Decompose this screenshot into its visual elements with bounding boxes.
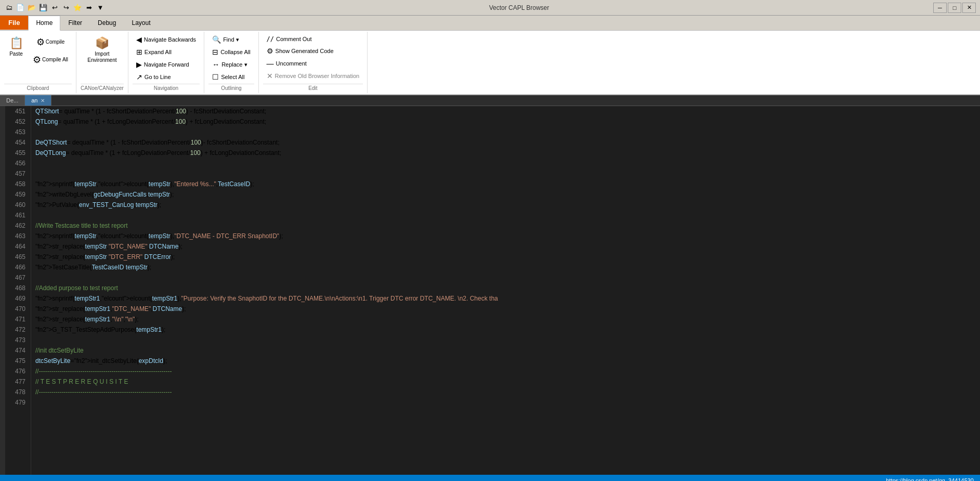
paste-button[interactable]: 📋 Paste xyxy=(4,34,28,60)
tab-de-label: De... xyxy=(6,97,18,103)
table-row: "fn2">TestCaseTitle(TestCaseID,tempStr); xyxy=(35,262,976,272)
find-label: Find ▾ xyxy=(223,36,239,43)
title-bar: 🗂 📄 📂 💾 ↩ ↪ ⭐ ➡ ▼ Vector CAPL Browser ─ … xyxy=(0,0,980,16)
table-row: //Added purpose to test report xyxy=(35,283,976,293)
find-button[interactable]: 🔍 Find ▾ xyxy=(208,34,242,45)
comment-out-label: Comment Out xyxy=(276,36,311,42)
table-row xyxy=(35,397,976,408)
table-row xyxy=(35,127,976,137)
clipboard-label: Clipboard xyxy=(4,84,72,91)
ribbon-group-edit: // Comment Out ⚙ Show Generated Code — U… xyxy=(259,32,368,93)
table-row: "fn2">snprintf(tempStr, "elcount">elcoun… xyxy=(35,179,976,189)
window-title: Vector CAPL Browser xyxy=(105,4,933,11)
outlining-buttons: 🔍 Find ▾ ⊟ Collapse All ↔ Replace ▾ ☐ Se… xyxy=(208,34,254,83)
select-all-button[interactable]: ☐ Select All xyxy=(208,71,248,83)
table-row: //--------------------------------------… xyxy=(35,366,976,376)
tab-an-close[interactable]: ✕ xyxy=(41,98,45,103)
table-row xyxy=(35,210,976,220)
ribbon-group-clipboard: 📋 Paste ⚙ Compile ⚙ Compile All Clipboar… xyxy=(0,32,76,93)
new-icon[interactable]: 📄 xyxy=(16,3,25,12)
app-icon: 🗂 xyxy=(4,3,14,12)
select-all-label: Select All xyxy=(221,74,244,80)
tab-file-de[interactable]: De... xyxy=(0,95,25,106)
remove-icon: ✕ xyxy=(267,72,273,80)
show-generated-code-button[interactable]: ⚙ Show Generated Code xyxy=(263,45,337,57)
compile-button[interactable]: ⚙ Compile xyxy=(29,34,72,50)
table-row: "fn2">str_replace(tempStr, "DTC_ERR", DT… xyxy=(35,252,976,262)
table-row: QTShort = qualTime * (1 - fcShortDeviati… xyxy=(35,106,976,116)
table-row xyxy=(35,272,976,283)
line-numbers: 4514524534544554564574584594604614624634… xyxy=(5,106,31,475)
editor-tab-bar: De... an ✕ xyxy=(0,95,980,106)
navigate-backwards-label: Navigate Backwards xyxy=(144,36,196,43)
left-handle[interactable] xyxy=(0,106,5,475)
table-row: dtcSetByLite = "fn2">init_dtcSetbyLite(e… xyxy=(35,356,976,366)
tab-home[interactable]: Home xyxy=(28,16,60,31)
table-row xyxy=(35,168,976,179)
ribbon-group-canoecanalyzer: 📦 ImportEnvironment CANoe/CANalyzer xyxy=(76,32,128,93)
tab-filter[interactable]: Filter xyxy=(60,16,90,30)
code-editor[interactable]: QTShort = qualTime * (1 - fcShortDeviati… xyxy=(31,106,980,475)
table-row: "fn2">str_replace(tempStr, "DTC_NAME", D… xyxy=(35,241,976,252)
remove-old-browser-button[interactable]: ✕ Remove Old Browser Information xyxy=(263,70,363,82)
maximize-button[interactable]: □ xyxy=(948,3,961,13)
table-row xyxy=(35,335,976,345)
forward-nav-icon[interactable]: ➡ xyxy=(84,3,94,12)
table-row: "fn2">G_TST_TestStepAddPurpose(tempStr1)… xyxy=(35,324,976,335)
comment-out-button[interactable]: // Comment Out xyxy=(263,34,316,44)
uncomment-button[interactable]: — Uncomment xyxy=(263,58,310,69)
save-icon[interactable]: 💾 xyxy=(38,3,48,12)
collapse-all-button[interactable]: ⊟ Collapse All xyxy=(208,46,254,58)
collapse-icon: ⊟ xyxy=(212,48,218,56)
ribbon: 📋 Paste ⚙ Compile ⚙ Compile All Clipboar… xyxy=(0,31,980,95)
status-url: https://blog.csdn.net/qq_34414530 xyxy=(886,477,974,481)
table-row: "fn2">str_replace(tempStr1, "\\n", "\n")… xyxy=(35,314,976,324)
table-row: //--------------------------------------… xyxy=(35,387,976,397)
canoecanalyzer-label: CANoe/CANalyzer xyxy=(81,84,124,91)
go-to-line-label: Go to Line xyxy=(145,74,171,80)
go-to-line-button[interactable]: ↗ Go to Line xyxy=(133,71,175,83)
open-icon[interactable]: 📂 xyxy=(27,3,36,12)
navigate-backwards-button[interactable]: ◀ Navigate Backwards xyxy=(133,34,200,45)
expand-all-label: Expand All xyxy=(145,49,172,55)
import-icon: 📦 xyxy=(95,36,109,50)
table-row: "fn2">PutValue(env_TEST_CanLog, tempStr)… xyxy=(35,200,976,210)
table-row: DeQTLong = dequalTime * (1 + fcLongDevia… xyxy=(35,148,976,158)
table-row: "fn2">writeDbgLevel(gcDebugFuncCalls, te… xyxy=(35,189,976,200)
import-environment-button[interactable]: 📦 ImportEnvironment xyxy=(84,34,120,66)
dropdown-icon[interactable]: ▼ xyxy=(96,3,105,12)
redo-icon[interactable]: ↪ xyxy=(61,3,71,12)
outlining-label: Outlining xyxy=(208,84,254,91)
navigate-forward-icon: ▶ xyxy=(136,60,142,69)
navigate-back-icon: ◀ xyxy=(136,35,142,44)
table-row: // T E S T P R E R E Q U I S I T E xyxy=(35,376,976,387)
show-generated-code-label: Show Generated Code xyxy=(276,48,334,54)
tab-layout[interactable]: Layout xyxy=(124,16,158,30)
editor-container: 4514524534544554564574584594604614624634… xyxy=(0,106,980,475)
expand-all-button[interactable]: ⊞ Expand All xyxy=(133,46,175,58)
tab-debug[interactable]: Debug xyxy=(90,16,124,30)
window-controls: ─ □ ✕ xyxy=(933,3,976,13)
find-icon: 🔍 xyxy=(212,35,221,44)
navigation-label: Navigation xyxy=(133,84,200,91)
ribbon-group-outlining: 🔍 Find ▾ ⊟ Collapse All ↔ Replace ▾ ☐ Se… xyxy=(204,32,258,93)
clipboard-buttons: 📋 Paste ⚙ Compile ⚙ Compile All xyxy=(4,34,72,83)
tab-an[interactable]: an ✕ xyxy=(25,95,51,106)
paste-icon: 📋 xyxy=(9,36,23,50)
replace-button[interactable]: ↔ Replace ▾ xyxy=(208,59,251,70)
undo-icon[interactable]: ↩ xyxy=(50,3,59,12)
navigate-forward-label: Navigate Forward xyxy=(144,61,189,68)
compile-all-icon: ⚙ xyxy=(33,54,41,66)
tab-file[interactable]: File xyxy=(0,16,28,30)
minimize-button[interactable]: ─ xyxy=(933,3,947,13)
compile-all-button[interactable]: ⚙ Compile All xyxy=(29,51,72,68)
compile-icon: ⚙ xyxy=(36,36,45,48)
replace-label: Replace ▾ xyxy=(221,61,247,68)
expand-icon: ⊞ xyxy=(136,48,142,56)
edit-label: Edit xyxy=(263,84,363,91)
table-row: //init dtcSetByLite xyxy=(35,345,976,356)
close-button[interactable]: ✕ xyxy=(962,3,976,13)
remove-old-browser-label: Remove Old Browser Information xyxy=(275,73,360,79)
navigate-forward-button[interactable]: ▶ Navigate Forward xyxy=(133,59,193,70)
bookmark-icon[interactable]: ⭐ xyxy=(73,3,82,12)
